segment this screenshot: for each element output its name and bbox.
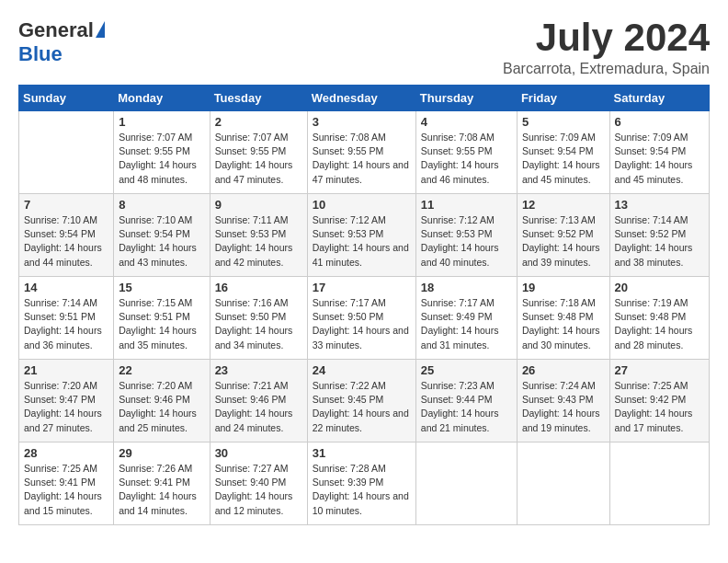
calendar-cell: 11Sunrise: 7:12 AM Sunset: 9:53 PM Dayli… xyxy=(415,194,517,277)
calendar-cell: 14Sunrise: 7:14 AM Sunset: 9:51 PM Dayli… xyxy=(19,277,114,360)
day-info: Sunrise: 7:24 AM Sunset: 9:43 PM Dayligh… xyxy=(522,379,605,435)
title-section: July 2024 Barcarrota, Extremadura, Spain xyxy=(503,18,710,77)
day-number: 22 xyxy=(119,363,204,377)
calendar-cell: 16Sunrise: 7:16 AM Sunset: 9:50 PM Dayli… xyxy=(210,277,307,360)
day-info: Sunrise: 7:09 AM Sunset: 9:54 PM Dayligh… xyxy=(522,131,605,187)
weekday-header-monday: Monday xyxy=(114,86,210,111)
weekday-header-tuesday: Tuesday xyxy=(210,86,307,111)
day-number: 29 xyxy=(119,446,204,460)
day-info: Sunrise: 7:12 AM Sunset: 9:53 PM Dayligh… xyxy=(313,213,411,270)
calendar-cell: 28Sunrise: 7:25 AM Sunset: 9:41 PM Dayli… xyxy=(19,442,114,525)
calendar-cell: 9Sunrise: 7:11 AM Sunset: 9:53 PM Daylig… xyxy=(210,194,307,277)
day-number: 4 xyxy=(421,115,512,129)
day-info: Sunrise: 7:26 AM Sunset: 9:41 PM Dayligh… xyxy=(119,462,204,518)
day-info: Sunrise: 7:17 AM Sunset: 9:50 PM Dayligh… xyxy=(313,296,411,352)
logo-general-text: General xyxy=(18,18,94,42)
calendar-cell: 7Sunrise: 7:10 AM Sunset: 9:54 PM Daylig… xyxy=(19,194,114,277)
day-number: 5 xyxy=(522,115,605,129)
weekday-header-sunday: Sunday xyxy=(19,86,114,111)
day-number: 27 xyxy=(615,363,704,377)
day-info: Sunrise: 7:22 AM Sunset: 9:45 PM Dayligh… xyxy=(313,379,411,435)
logo-blue-text: Blue xyxy=(18,42,63,66)
calendar-week-5: 28Sunrise: 7:25 AM Sunset: 9:41 PM Dayli… xyxy=(19,442,710,525)
logo-triangle-icon xyxy=(96,21,105,38)
day-info: Sunrise: 7:08 AM Sunset: 9:55 PM Dayligh… xyxy=(421,131,512,187)
day-number: 20 xyxy=(615,281,704,294)
logo: General Blue xyxy=(18,18,105,66)
day-number: 21 xyxy=(24,363,108,377)
day-number: 9 xyxy=(215,198,302,212)
weekday-header-saturday: Saturday xyxy=(609,86,709,111)
day-info: Sunrise: 7:10 AM Sunset: 9:54 PM Dayligh… xyxy=(24,213,108,270)
day-info: Sunrise: 7:25 AM Sunset: 9:42 PM Dayligh… xyxy=(615,379,704,435)
day-number: 11 xyxy=(421,198,512,212)
calendar-cell: 29Sunrise: 7:26 AM Sunset: 9:41 PM Dayli… xyxy=(114,442,210,525)
day-number: 7 xyxy=(24,198,108,212)
calendar-cell: 24Sunrise: 7:22 AM Sunset: 9:45 PM Dayli… xyxy=(307,360,415,442)
day-number: 26 xyxy=(522,363,605,377)
weekday-header-row: SundayMondayTuesdayWednesdayThursdayFrid… xyxy=(19,86,710,111)
calendar-header: SundayMondayTuesdayWednesdayThursdayFrid… xyxy=(19,86,710,111)
day-number: 6 xyxy=(615,115,704,129)
weekday-header-thursday: Thursday xyxy=(415,86,517,111)
day-info: Sunrise: 7:20 AM Sunset: 9:46 PM Dayligh… xyxy=(119,379,204,435)
calendar-cell: 6Sunrise: 7:09 AM Sunset: 9:54 PM Daylig… xyxy=(609,111,709,194)
header: General Blue July 2024 Barcarrota, Extre… xyxy=(18,18,710,77)
day-info: Sunrise: 7:09 AM Sunset: 9:54 PM Dayligh… xyxy=(615,131,704,187)
calendar-cell: 10Sunrise: 7:12 AM Sunset: 9:53 PM Dayli… xyxy=(307,194,415,277)
location-title: Barcarrota, Extremadura, Spain xyxy=(503,61,710,77)
weekday-header-friday: Friday xyxy=(517,86,609,111)
calendar-cell: 20Sunrise: 7:19 AM Sunset: 9:48 PM Dayli… xyxy=(609,277,709,360)
day-number: 2 xyxy=(215,115,302,129)
day-number: 28 xyxy=(24,446,108,460)
day-number: 15 xyxy=(119,281,204,294)
day-info: Sunrise: 7:14 AM Sunset: 9:51 PM Dayligh… xyxy=(24,296,108,352)
calendar-cell xyxy=(19,111,114,194)
day-number: 31 xyxy=(313,446,411,460)
calendar-cell: 17Sunrise: 7:17 AM Sunset: 9:50 PM Dayli… xyxy=(307,277,415,360)
day-info: Sunrise: 7:16 AM Sunset: 9:50 PM Dayligh… xyxy=(215,296,302,352)
calendar-cell: 18Sunrise: 7:17 AM Sunset: 9:49 PM Dayli… xyxy=(415,277,517,360)
day-info: Sunrise: 7:21 AM Sunset: 9:46 PM Dayligh… xyxy=(215,379,302,435)
calendar-cell: 19Sunrise: 7:18 AM Sunset: 9:48 PM Dayli… xyxy=(517,277,609,360)
day-info: Sunrise: 7:25 AM Sunset: 9:41 PM Dayligh… xyxy=(24,462,108,518)
day-number: 18 xyxy=(421,281,512,294)
day-info: Sunrise: 7:14 AM Sunset: 9:52 PM Dayligh… xyxy=(615,213,704,270)
calendar-cell: 26Sunrise: 7:24 AM Sunset: 9:43 PM Dayli… xyxy=(517,360,609,442)
calendar-week-1: 1Sunrise: 7:07 AM Sunset: 9:55 PM Daylig… xyxy=(19,111,710,194)
day-number: 23 xyxy=(215,363,302,377)
day-info: Sunrise: 7:17 AM Sunset: 9:49 PM Dayligh… xyxy=(421,296,512,352)
day-number: 19 xyxy=(522,281,605,294)
day-info: Sunrise: 7:08 AM Sunset: 9:55 PM Dayligh… xyxy=(313,131,411,187)
day-number: 16 xyxy=(215,281,302,294)
calendar-cell xyxy=(517,442,609,525)
calendar-week-3: 14Sunrise: 7:14 AM Sunset: 9:51 PM Dayli… xyxy=(19,277,710,360)
day-info: Sunrise: 7:19 AM Sunset: 9:48 PM Dayligh… xyxy=(615,296,704,352)
day-info: Sunrise: 7:23 AM Sunset: 9:44 PM Dayligh… xyxy=(421,379,512,435)
day-info: Sunrise: 7:10 AM Sunset: 9:54 PM Dayligh… xyxy=(119,213,204,270)
calendar-cell: 30Sunrise: 7:27 AM Sunset: 9:40 PM Dayli… xyxy=(210,442,307,525)
day-info: Sunrise: 7:07 AM Sunset: 9:55 PM Dayligh… xyxy=(119,131,204,187)
calendar-cell: 27Sunrise: 7:25 AM Sunset: 9:42 PM Dayli… xyxy=(609,360,709,442)
day-number: 12 xyxy=(522,198,605,212)
calendar-cell: 13Sunrise: 7:14 AM Sunset: 9:52 PM Dayli… xyxy=(609,194,709,277)
calendar-cell: 8Sunrise: 7:10 AM Sunset: 9:54 PM Daylig… xyxy=(114,194,210,277)
calendar-body: 1Sunrise: 7:07 AM Sunset: 9:55 PM Daylig… xyxy=(19,111,710,525)
calendar-cell: 4Sunrise: 7:08 AM Sunset: 9:55 PM Daylig… xyxy=(415,111,517,194)
calendar-cell: 2Sunrise: 7:07 AM Sunset: 9:55 PM Daylig… xyxy=(210,111,307,194)
day-info: Sunrise: 7:18 AM Sunset: 9:48 PM Dayligh… xyxy=(522,296,605,352)
day-number: 1 xyxy=(119,115,204,129)
calendar-cell: 12Sunrise: 7:13 AM Sunset: 9:52 PM Dayli… xyxy=(517,194,609,277)
day-number: 17 xyxy=(313,281,411,294)
weekday-header-wednesday: Wednesday xyxy=(307,86,415,111)
day-info: Sunrise: 7:27 AM Sunset: 9:40 PM Dayligh… xyxy=(215,462,302,518)
day-number: 25 xyxy=(421,363,512,377)
day-info: Sunrise: 7:15 AM Sunset: 9:51 PM Dayligh… xyxy=(119,296,204,352)
day-info: Sunrise: 7:11 AM Sunset: 9:53 PM Dayligh… xyxy=(215,213,302,270)
calendar-week-4: 21Sunrise: 7:20 AM Sunset: 9:47 PM Dayli… xyxy=(19,360,710,442)
day-info: Sunrise: 7:20 AM Sunset: 9:47 PM Dayligh… xyxy=(24,379,108,435)
calendar-cell: 15Sunrise: 7:15 AM Sunset: 9:51 PM Dayli… xyxy=(114,277,210,360)
day-info: Sunrise: 7:07 AM Sunset: 9:55 PM Dayligh… xyxy=(215,131,302,187)
month-title: July 2024 xyxy=(503,18,710,57)
calendar-cell xyxy=(415,442,517,525)
